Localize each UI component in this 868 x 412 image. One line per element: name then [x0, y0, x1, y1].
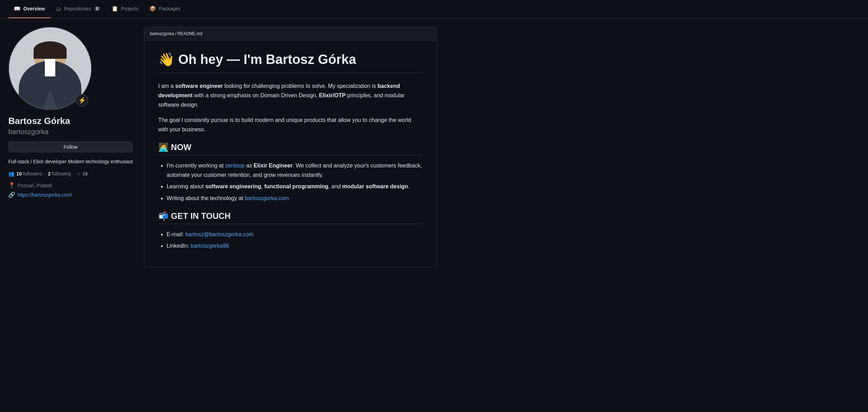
- star-icon: ☆: [77, 171, 81, 176]
- profile-username: bartoszgorka: [8, 128, 133, 136]
- following-link[interactable]: 2: [48, 171, 51, 176]
- touch-item-email: E-mail: bartosz@bartoszgorka.com: [167, 230, 423, 239]
- readme-panel-wrapper: bartoszgorka / README.md 👋 Oh hey — I'm …: [144, 27, 437, 276]
- readme-now-heading: 🧑‍💻 NOW: [158, 142, 423, 155]
- linkedin-link[interactable]: bartoszgorka96: [191, 243, 229, 249]
- followers-link[interactable]: 10: [16, 171, 22, 176]
- bold-elixir-otp: Elixir/OTP: [319, 92, 345, 98]
- tab-repositories[interactable]: 🗂 Repositories 8: [50, 0, 106, 18]
- followers-label: followers: [23, 171, 42, 176]
- zenloop-link[interactable]: zenloop: [225, 163, 244, 168]
- blog-link[interactable]: bartoszgorka.com: [245, 195, 289, 201]
- website-row: 🔗 https://bartoszgorka.com/: [8, 191, 133, 198]
- profile-display-name: Bartosz Górka: [8, 116, 133, 126]
- email-link[interactable]: bartosz@bartoszgorka.com: [185, 231, 254, 237]
- now-item-2: Learning about software engineering, fun…: [167, 182, 423, 191]
- stats-row: 👥 10 followers · 2 following · ☆ 16: [8, 171, 133, 176]
- now-item-3: Writing about the technology at bartoszg…: [167, 193, 423, 203]
- repositories-badge: 8: [94, 6, 101, 11]
- stars-count: 16: [82, 171, 88, 176]
- sidebar: ⚡ Bartosz Górka bartoszgorka Follow Full…: [8, 27, 133, 276]
- tab-packages[interactable]: 📦 Packages: [144, 0, 186, 18]
- lightning-icon: ⚡: [78, 97, 86, 104]
- readme-now-list: I'm currently working at zenloop as Elix…: [158, 161, 423, 203]
- bold-software-engineering: software engineering: [205, 183, 261, 189]
- link-icon: 🔗: [8, 191, 15, 198]
- now-item-1: I'm currently working at zenloop as Elix…: [167, 161, 423, 180]
- breadcrumb-user: bartoszgorka: [150, 31, 174, 36]
- breadcrumb-file: README.md: [177, 31, 202, 36]
- readme-body: 👋 Oh hey — I'm Bartosz Górka I am a soft…: [144, 41, 436, 267]
- profile-location: Poznań, Poland: [17, 183, 52, 188]
- following-count: 2: [48, 171, 51, 176]
- followers-count: 10: [16, 171, 22, 176]
- projects-icon: 📋: [112, 6, 118, 12]
- location-icon: 📍: [8, 182, 15, 189]
- people-icon: 👥: [8, 171, 14, 176]
- profile-bio: Full-stack / Elixir developer Modern tec…: [8, 158, 133, 165]
- touch-item-linkedin: LinkedIn: bartoszgorka96: [167, 241, 423, 250]
- location-row: 📍 Poznań, Poland: [8, 182, 133, 189]
- lightning-badge: ⚡: [76, 94, 88, 107]
- readme-title: 👋 Oh hey — I'm Bartosz Górka: [158, 52, 423, 73]
- readme-touch-list: E-mail: bartosz@bartoszgorka.com LinkedI…: [158, 230, 423, 250]
- readme-intro-1: I am a software engineer looking for cha…: [158, 81, 423, 110]
- tab-packages-label: Packages: [159, 6, 180, 11]
- bold-elixir-engineer: Elixir Engineer: [254, 163, 292, 168]
- tab-projects[interactable]: 📋 Projects: [106, 0, 144, 18]
- follow-button[interactable]: Follow: [8, 141, 133, 153]
- tab-overview-label: Overview: [23, 6, 45, 11]
- website-link[interactable]: https://bartoszgorka.com/: [17, 192, 72, 198]
- readme-touch-heading: 📬 GET IN TOUCH: [158, 211, 423, 224]
- tab-projects-label: Projects: [121, 6, 139, 11]
- book-icon: 📖: [14, 6, 21, 12]
- readme-breadcrumb: bartoszgorka / README.md: [144, 27, 436, 41]
- avatar-container: ⚡: [8, 27, 92, 110]
- nav-tabs: 📖 Overview 🗂 Repositories 8 📋 Projects 📦…: [0, 0, 868, 18]
- tab-repositories-label: Repositories: [64, 6, 91, 11]
- repo-icon: 🗂: [56, 6, 61, 12]
- readme-intro-2: The goal I constantly pursue is to build…: [158, 115, 423, 134]
- bold-modular-design: modular software design: [342, 183, 408, 189]
- bold-software-engineer: software engineer: [175, 83, 223, 89]
- bold-functional-programming: functional programming: [264, 183, 328, 189]
- readme-panel: bartoszgorka / README.md 👋 Oh hey — I'm …: [144, 27, 437, 267]
- tab-overview[interactable]: 📖 Overview: [8, 0, 50, 18]
- following-label: following: [52, 171, 71, 176]
- packages-icon: 📦: [150, 6, 156, 12]
